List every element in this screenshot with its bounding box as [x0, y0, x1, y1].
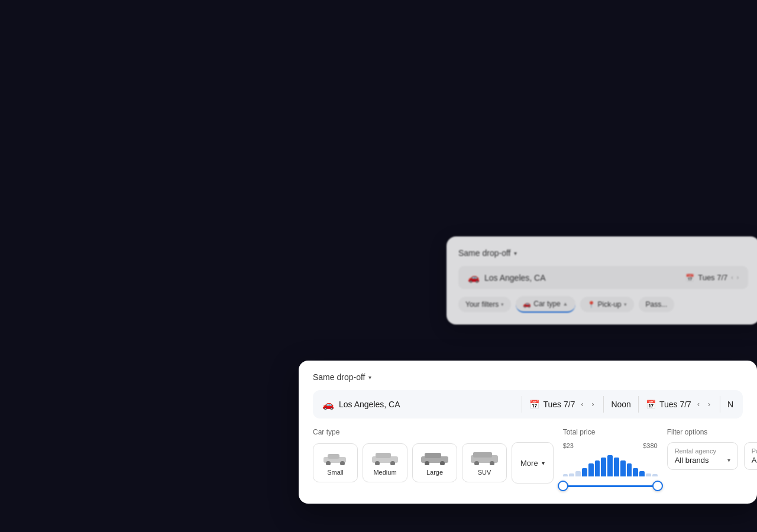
- bg-location-bar: 🚗 Los Angeles, CA 📅 Tues 7/7 ‹ ›: [458, 266, 748, 289]
- bg-chevron-icon: ▾: [514, 250, 517, 257]
- pickup-date-text: Tues 7/7: [543, 400, 575, 409]
- pickup-date-next[interactable]: ›: [589, 399, 596, 410]
- dropoff-label-section[interactable]: N: [727, 400, 733, 409]
- bg-calendar-icon: 📅: [685, 274, 694, 282]
- svg-rect-9: [425, 453, 441, 458]
- price-min: $23: [563, 442, 574, 449]
- total-price-section: Total price $23 $380: [563, 428, 658, 492]
- car-type-suv[interactable]: SUV: [462, 443, 507, 482]
- same-dropoff-text: Same drop-off: [313, 372, 365, 382]
- suv-car-icon: [470, 450, 499, 465]
- price-max: $380: [643, 442, 657, 449]
- dropoff-date-text: Tues 7/7: [659, 400, 691, 409]
- bg-nav-right: ›: [737, 274, 739, 281]
- dropoff-date-next[interactable]: ›: [706, 399, 713, 410]
- histogram-bar-11: [633, 468, 638, 476]
- dropoff-label-text: N: [727, 400, 733, 409]
- divider-3: [638, 396, 639, 413]
- large-car-label: Large: [426, 469, 443, 476]
- policies-dropdown[interactable]: Policies All ▾: [744, 442, 757, 470]
- suv-car-label: SUV: [478, 469, 491, 476]
- rental-agency-chevron-icon: ▾: [727, 457, 730, 463]
- filter-section: Car type Small: [313, 428, 743, 492]
- small-car-label: Small: [327, 469, 344, 476]
- rental-agency-dropdown[interactable]: Rental agency All brands ▾: [667, 442, 738, 470]
- price-range: $23 $380: [563, 442, 658, 449]
- location-text: Los Angeles, CA: [339, 400, 400, 409]
- car-type-section: Car type Small: [313, 428, 554, 484]
- pickup-date-section[interactable]: 📅 Tues 7/7 ‹ ›: [529, 399, 596, 410]
- histogram-bar-8: [614, 458, 619, 476]
- pickup-date-prev[interactable]: ‹: [578, 399, 585, 410]
- histogram-bar-3: [582, 468, 587, 476]
- medium-car-label: Medium: [373, 469, 396, 476]
- filter-options-section: Filter options Rental agency All brands …: [667, 428, 757, 470]
- more-button[interactable]: More ▾: [512, 442, 554, 484]
- bg-filter-cartype: 🚗 Car type ▲: [516, 296, 575, 313]
- histogram-bar-1: [569, 473, 574, 476]
- bg-same-dropoff-text: Same drop-off: [458, 248, 510, 258]
- histogram-bar-13: [646, 473, 651, 476]
- filter-dropdowns: Rental agency All brands ▾ Policies All …: [667, 442, 757, 470]
- small-car-icon: [321, 450, 350, 465]
- car-type-medium[interactable]: Medium: [363, 443, 407, 482]
- policies-value-row: All ▾: [752, 456, 757, 465]
- more-button-label: More: [520, 459, 538, 468]
- same-dropoff-row[interactable]: Same drop-off ▾: [313, 372, 743, 382]
- bg-filter-pickup: 📍 Pick-up ▾: [580, 297, 634, 312]
- car-type-large[interactable]: Large: [412, 443, 457, 482]
- svg-rect-1: [328, 454, 339, 459]
- total-price-title: Total price: [563, 428, 658, 436]
- dropoff-date-prev[interactable]: ‹: [695, 399, 702, 410]
- divider-4: [720, 396, 720, 413]
- range-handle-left[interactable]: [558, 481, 568, 491]
- rental-agency-value: All brands: [675, 456, 709, 465]
- pickup-time-text: Noon: [611, 400, 630, 409]
- histogram-bar-2: [575, 471, 581, 476]
- pickup-time-section[interactable]: Noon: [611, 400, 630, 409]
- histogram-bar-7: [607, 455, 613, 476]
- car-type-small[interactable]: Small: [313, 443, 358, 482]
- bg-filter-yourfilters: Your filters ▾: [458, 297, 511, 312]
- histogram-bar-4: [588, 463, 594, 476]
- bg-date-text: Tues 7/7: [698, 273, 727, 282]
- policies-value: All: [752, 456, 757, 465]
- histogram-bar-0: [563, 474, 568, 476]
- car-type-title: Car type: [313, 428, 554, 436]
- bg-filter-pass: Pass...: [639, 297, 675, 312]
- bg-filters-row: Your filters ▾ 🚗 Car type ▲ 📍 Pick-up ▾ …: [458, 296, 748, 313]
- same-dropoff-chevron: ▾: [368, 374, 371, 381]
- background-panel: Same drop-off ▾ 🚗 Los Angeles, CA 📅 Tues…: [447, 236, 757, 325]
- svg-rect-5: [376, 453, 391, 458]
- pickup-calendar-icon: 📅: [529, 400, 539, 409]
- dropoff-calendar-icon: 📅: [646, 400, 656, 409]
- rental-agency-value-row: All brands ▾: [675, 456, 730, 465]
- bg-nav-left: ‹: [731, 274, 733, 281]
- dropoff-date-section[interactable]: 📅 Tues 7/7 ‹ ›: [646, 399, 713, 410]
- range-track: [563, 485, 658, 487]
- car-location-icon: 🚗: [322, 399, 334, 410]
- histogram-bar-9: [620, 460, 626, 476]
- histogram-bar-5: [595, 460, 600, 476]
- price-range-slider[interactable]: [563, 480, 658, 492]
- histogram-bar-6: [601, 458, 606, 476]
- bg-location-text: Los Angeles, CA: [484, 273, 546, 283]
- histogram-bar-14: [652, 474, 658, 476]
- histogram-bar-10: [627, 463, 632, 476]
- filter-options-title: Filter options: [667, 428, 757, 436]
- large-car-icon: [420, 450, 449, 465]
- bg-car-icon: 🚗: [468, 272, 480, 283]
- medium-car-icon: [370, 450, 400, 465]
- policies-label: Policies: [752, 447, 757, 455]
- svg-rect-13: [473, 452, 492, 458]
- car-type-options: Small Medium: [313, 442, 554, 484]
- location-section[interactable]: 🚗 Los Angeles, CA: [322, 399, 515, 410]
- histogram: [563, 453, 658, 476]
- histogram-bar-12: [639, 471, 645, 476]
- divider-1: [522, 396, 522, 413]
- location-date-bar: 🚗 Los Angeles, CA 📅 Tues 7/7 ‹ › Noon 📅 …: [313, 390, 743, 419]
- more-chevron-icon: ▾: [542, 460, 545, 466]
- range-handle-right[interactable]: [652, 481, 663, 491]
- rental-agency-label: Rental agency: [675, 447, 730, 455]
- divider-2: [603, 396, 604, 413]
